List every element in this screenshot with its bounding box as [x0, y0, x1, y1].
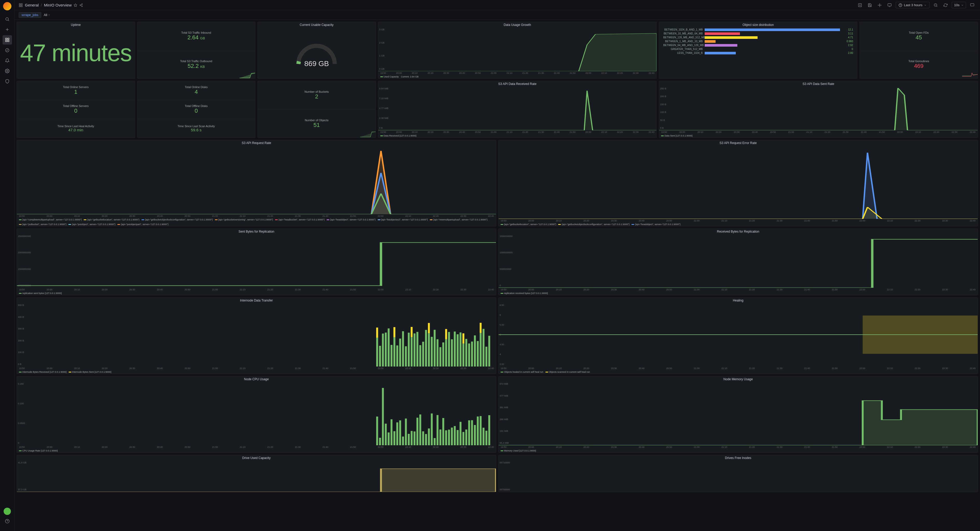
svg-rect-45	[434, 330, 436, 366]
time-picker[interactable]: Last 3 hours	[896, 2, 929, 8]
svg-rect-11	[21, 5, 22, 7]
svg-point-0	[6, 17, 8, 21]
user-avatar[interactable]	[4, 508, 11, 515]
svg-rect-98	[460, 422, 461, 445]
var-all-dropdown[interactable]: All	[44, 13, 51, 17]
svg-rect-95	[451, 428, 453, 445]
dist-bar-row: BETWEEN_10_MB_AND_64_MB 3.11	[663, 32, 853, 35]
search-icon[interactable]	[3, 14, 12, 24]
settings-icon[interactable]	[876, 2, 883, 9]
legend-item[interactable]: {api="headobject", server="127.0.0.1:900…	[632, 223, 680, 226]
panel-disks[interactable]: Total Online Disks4 Total Offline Disks0…	[137, 81, 256, 138]
legend-item[interactable]: {api="newmultipartupload", server="127.0…	[430, 218, 487, 221]
help-icon[interactable]	[3, 517, 12, 526]
svg-rect-41	[425, 330, 427, 366]
legend-item[interactable]: {api="getbucketobjectlockconfiguration",…	[558, 223, 630, 226]
refresh-icon[interactable]	[942, 2, 949, 9]
panel-internode[interactable]: Internode Data Transfer 500 B400 B300 B2…	[17, 297, 496, 374]
legend-item[interactable]: Objects healed in current self heal run	[501, 371, 543, 373]
cycle-view-icon[interactable]	[969, 2, 976, 9]
dist-bar-row: BETWEEN_1_MB_AND_10_MB 0.960	[663, 40, 853, 43]
shield-icon[interactable]	[3, 77, 12, 86]
panel-sent-repl[interactable]: Sent Bytes for Replication 2500000000200…	[17, 228, 496, 295]
svg-rect-34	[408, 333, 410, 366]
svg-rect-57	[463, 333, 465, 344]
legend-item[interactable]: {api="listobjectsv2", server="127.0.0.1:…	[378, 218, 428, 221]
panel-buckets-objects[interactable]: Number of Buckets2 Number of Objects51	[258, 81, 376, 138]
dist-bar-row: BETWEEN_128_MB_AND_512_MB 4.71	[663, 36, 853, 39]
panel-drive-cap[interactable]: Drive Used Capacity 41.9 GB37.3 GB	[17, 455, 496, 492]
panel-title: Total Goroutines	[908, 60, 929, 63]
nav-sidebar	[0, 0, 14, 531]
legend-item[interactable]: Internode Bytes Sent [127.0.0.1:9000]	[69, 371, 111, 373]
svg-rect-42	[428, 333, 430, 366]
chevron-down-icon	[961, 4, 964, 6]
svg-rect-25	[385, 333, 387, 366]
dashboards-icon[interactable]	[3, 35, 12, 44]
add-panel-icon[interactable]	[856, 2, 864, 9]
panel-s3-req-rate[interactable]: S3 API Request Rate 19:5020:0020:1020:20…	[17, 140, 496, 227]
legend-item[interactable]: {api="getbucketobjectlockconfiguration",…	[142, 218, 213, 221]
svg-rect-64	[480, 323, 482, 333]
panel-title: Drive Used Capacity	[17, 455, 496, 460]
gear-icon[interactable]	[3, 66, 12, 76]
panel-capacity[interactable]: Current Usable Capacity 869 GB	[258, 22, 376, 79]
svg-rect-17	[888, 4, 891, 6]
legend-item[interactable]: {api="headbucket", server="127.0.0.1:900…	[275, 218, 325, 221]
tv-icon[interactable]	[886, 2, 893, 9]
legend-item[interactable]: {api="getbucketlocation", server="127.0.…	[501, 223, 556, 226]
legend-item[interactable]: {api="getbucketversioning", server="127.…	[215, 218, 273, 221]
panel-obj-dist[interactable]: Object size distribution BETWEEN_1024_B_…	[659, 22, 858, 79]
page-title[interactable]: MinIO Overview	[44, 3, 72, 7]
explore-icon[interactable]	[3, 46, 12, 55]
svg-rect-106	[482, 428, 484, 445]
legend-item[interactable]: {api="headobject", server="127.0.0.1:900…	[327, 218, 375, 221]
panel-data-usage[interactable]: Data Usage Growth 3 GB2 GB1 GB0 GB 19:50…	[378, 22, 657, 79]
svg-rect-67	[488, 336, 490, 366]
panel-title: Drives Free Inodes	[498, 455, 978, 460]
panel-node-cpu[interactable]: Node CPU Usage 0.1500.1000.05000 19:5020…	[17, 376, 496, 453]
legend-item[interactable]: {api="putobject", server="127.0.0.1:9000…	[68, 223, 115, 226]
legend-item[interactable]: {api="putbucket", server="127.0.0.1:9000…	[19, 223, 66, 226]
panel-servers[interactable]: Total Online Servers1 Total Offline Serv…	[17, 81, 135, 138]
svg-rect-101	[468, 420, 470, 445]
panel-s3-sent[interactable]: S3 API Data Sent Rate 250 B200 B150 B100…	[659, 81, 978, 138]
stat-value: 45	[915, 34, 922, 41]
panel-title: S3 API Request Rate	[17, 140, 496, 145]
panel-title: Node Memory Usage	[498, 376, 978, 382]
legend-item[interactable]: {api="putobjectpart", server="127.0.0.1:…	[118, 223, 168, 226]
time-range-label: Last 3 hours	[904, 3, 923, 7]
panel-title: Healing	[498, 298, 978, 303]
panel-fds-goroutines[interactable]: Total Open FDs 45 Total Goroutines 469	[859, 22, 978, 79]
panel-node-mem[interactable]: Node Memory Usage 572 MiB477 MiB381 MiB2…	[498, 376, 978, 453]
var-scrape-jobs[interactable]: scrape_jobs	[19, 12, 41, 18]
svg-rect-97	[457, 430, 458, 445]
plus-icon[interactable]	[3, 25, 12, 34]
panel-healing[interactable]: Healing 6.5065.5054.5043.50 19:5020:0020…	[498, 297, 978, 374]
svg-rect-53	[454, 331, 455, 366]
legend-item[interactable]: Internode Bytes Received [127.0.0.1:9000…	[19, 371, 67, 373]
zoom-out-icon[interactable]	[932, 2, 939, 9]
breadcrumb: General / MinIO Overview	[19, 3, 83, 7]
panel-title: Uptime	[17, 22, 135, 27]
legend-item[interactable]: {api="completemultipartupload", server="…	[19, 218, 82, 221]
panel-traffic[interactable]: Total S3 Traffic Inbound 2.64 GB Total S…	[137, 22, 256, 79]
panel-drive-inodes[interactable]: Drives Free Inodes 5571000055700000	[498, 455, 978, 492]
svg-rect-63	[480, 333, 482, 366]
svg-rect-24	[382, 334, 384, 366]
star-icon[interactable]	[74, 3, 77, 7]
grafana-logo[interactable]	[3, 2, 11, 10]
svg-rect-90	[437, 415, 438, 445]
panel-recv-repl[interactable]: Received Bytes for Replication 150000000…	[498, 228, 978, 295]
panel-uptime[interactable]: Uptime 47 minutes	[17, 22, 135, 79]
legend-item[interactable]: {api="getbucketlocation", server="127.0.…	[84, 218, 139, 221]
panel-s3-err-rate[interactable]: S3 API Request Error Rate 19:5020:0020:1…	[498, 140, 978, 227]
legend-item[interactable]: Objects scanned in current self heal run	[546, 371, 590, 373]
breadcrumb-folder[interactable]: General	[25, 3, 39, 7]
refresh-interval[interactable]: 10s	[952, 2, 966, 8]
share-icon[interactable]	[80, 3, 83, 7]
bell-icon[interactable]	[3, 56, 12, 65]
save-icon[interactable]	[866, 2, 873, 9]
svg-rect-32	[402, 331, 404, 366]
panel-s3-recv[interactable]: S3 API Data Received Rate 9.54 MiB7.15 M…	[378, 81, 657, 138]
